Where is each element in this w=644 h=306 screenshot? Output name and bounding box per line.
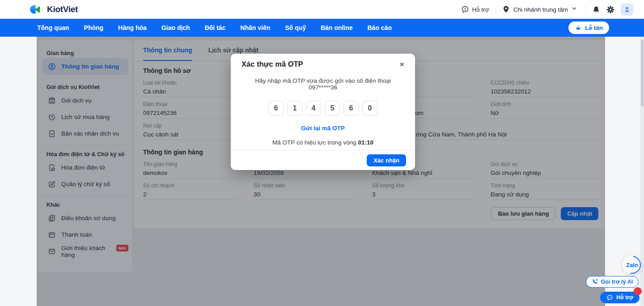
support-label: Hỗ trợ xyxy=(472,6,489,13)
nav-doi-tac[interactable]: Đối tác xyxy=(205,24,226,31)
otp-digit-2[interactable]: 1 xyxy=(287,101,302,116)
nav-giao-dich[interactable]: Giao dịch xyxy=(161,24,190,31)
otp-instruction: Hãy nhập mã OTP vừa được gửi vào số điện… xyxy=(242,77,404,91)
zalo-chat-button[interactable]: Zalo xyxy=(623,255,641,274)
branch-selector[interactable]: Chi nhánh trung tâm xyxy=(502,5,579,13)
scrollbar-thumb[interactable] xyxy=(641,39,644,106)
nav-hang-hoa[interactable]: Hàng hóa xyxy=(118,24,147,31)
close-icon[interactable]: × xyxy=(399,60,404,68)
location-pin-icon xyxy=(502,5,510,13)
otp-modal: Xác thực mã OTP × Hãy nhập mã OTP vừa đư… xyxy=(231,54,415,170)
ai-assistant-call-button[interactable]: Gọi trợ lý AI xyxy=(586,276,639,288)
divider xyxy=(496,5,496,13)
header-support[interactable]: Hỗ trợ xyxy=(461,5,489,13)
branch-label: Chi nhánh trung tâm xyxy=(513,6,568,13)
reception-icon xyxy=(575,24,582,31)
otp-digit-6[interactable]: 0 xyxy=(362,101,377,116)
modal-footer: Xác nhận xyxy=(231,150,415,170)
otp-timer-value: 01:10 xyxy=(358,139,373,146)
chevron-down-icon xyxy=(571,5,579,13)
kiotviet-app: KiotViet Hỗ trợ Chi nhánh trung tâm xyxy=(0,0,644,306)
support-chat-button[interactable]: Hỗ trợ xyxy=(600,292,640,303)
nav-so-quy[interactable]: Sổ quỹ xyxy=(285,24,306,31)
zalo-logo: Zalo xyxy=(626,262,638,268)
nav-ban-online[interactable]: Bán online xyxy=(321,24,353,31)
notification-dot xyxy=(634,287,642,295)
top-bar: KiotViet Hỗ trợ Chi nhánh trung tâm xyxy=(0,0,644,19)
kiotviet-logo[interactable]: KiotViet xyxy=(30,4,78,14)
phone-plus-icon xyxy=(592,279,598,285)
confirm-button[interactable]: Xác nhận xyxy=(367,154,406,166)
nav-phong[interactable]: Phòng xyxy=(84,24,104,31)
otp-digit-4[interactable]: 5 xyxy=(325,101,340,116)
nav-tong-quan[interactable]: Tổng quan xyxy=(37,24,69,31)
kiotviet-logo-icon xyxy=(30,4,44,14)
chat-bubble-icon xyxy=(606,294,613,301)
notification-bell-icon[interactable] xyxy=(592,5,600,13)
reception-button[interactable]: Lễ tân xyxy=(568,21,609,34)
otp-timer-text: Mã OTP có hiệu lực trong vòng xyxy=(272,139,356,146)
otp-digit-1[interactable]: 6 xyxy=(268,101,284,116)
otp-timer: Mã OTP có hiệu lực trong vòng01:10 xyxy=(242,139,404,146)
user-avatar[interactable] xyxy=(621,3,633,16)
chat-help-icon xyxy=(461,5,469,13)
modal-title: Xác thực mã OTP xyxy=(242,60,303,68)
support-fab-label: Hỗ trợ xyxy=(616,294,633,301)
reception-label: Lễ tân xyxy=(585,25,603,31)
ai-call-label: Gọi trợ lý AI xyxy=(601,279,633,285)
settings-gear-icon[interactable] xyxy=(606,5,614,13)
main-nav: Tổng quan Phòng Hàng hóa Giao dịch Đối t… xyxy=(0,19,644,37)
otp-digit-5[interactable]: 6 xyxy=(343,101,359,116)
otp-inputs: 6 1 4 5 6 0 xyxy=(242,101,404,116)
nav-nhan-vien[interactable]: Nhân viên xyxy=(240,24,270,31)
divider xyxy=(585,5,586,13)
resend-otp-link[interactable]: Gửi lại mã OTP xyxy=(242,125,404,132)
brand-name: KiotViet xyxy=(47,4,78,14)
nav-bao-cao[interactable]: Báo cáo xyxy=(368,24,392,31)
otp-digit-3[interactable]: 4 xyxy=(306,101,321,116)
